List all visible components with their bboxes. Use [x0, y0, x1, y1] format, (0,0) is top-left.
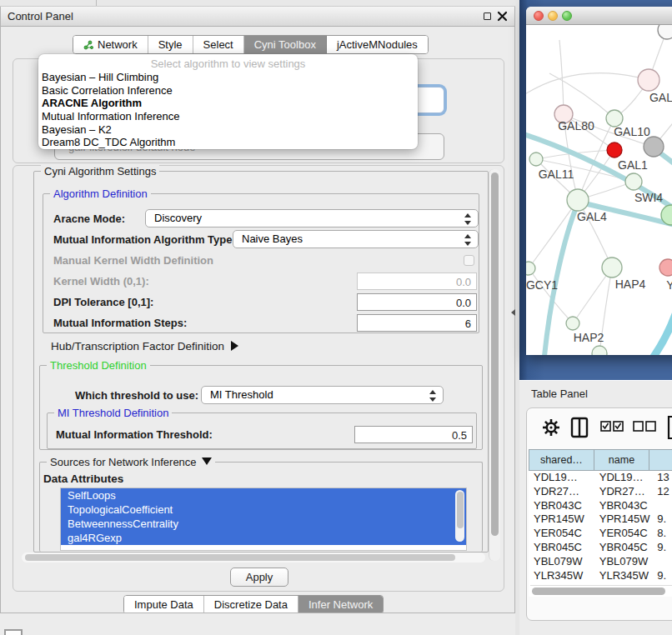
network-window-titlebar[interactable] — [526, 7, 672, 25]
table-cell[interactable]: YLR345W — [529, 569, 594, 583]
table-row[interactable]: YDR27…YDR27…12 — [529, 485, 672, 499]
table-cell[interactable]: YER054C — [529, 527, 594, 541]
table-cell[interactable]: YPR145W — [594, 512, 651, 527]
table-cell[interactable]: 13 — [650, 471, 672, 485]
algorithm-option[interactable]: Basic Correlation Inference — [38, 84, 418, 98]
table-row[interactable]: YBL079WYBL079W — [529, 555, 672, 569]
table-cell[interactable]: YBR045C — [529, 541, 594, 555]
close-traffic-light[interactable] — [534, 11, 544, 21]
tab-select[interactable]: Select — [193, 36, 244, 53]
mi-threshold-field[interactable]: 0.5 — [354, 426, 473, 443]
deselect-all-checkboxes-icon[interactable] — [633, 421, 656, 434]
hub-definition-expander[interactable]: Hub/Transcription Factor Definition — [51, 340, 238, 352]
network-edge[interactable] — [526, 73, 649, 97]
manual-kernel-checkbox[interactable] — [464, 255, 474, 266]
gear-icon[interactable] — [542, 418, 560, 439]
data-attribute-item[interactable]: TopologicalCoefficient — [61, 502, 466, 517]
mode-tab-infer-network[interactable]: Infer Network — [298, 596, 383, 613]
table-column-header[interactable]: A — [649, 449, 672, 471]
node-bottom[interactable] — [592, 346, 607, 355]
tab-cyni-toolbox[interactable]: Cyni Toolbox — [244, 36, 327, 53]
node-top[interactable] — [658, 25, 672, 39]
tab-jactivemnodules[interactable]: jActiveMNodules — [327, 36, 428, 53]
network-edge[interactable] — [649, 290, 672, 355]
table-row[interactable]: YLR345WYLR345W9. — [529, 569, 672, 583]
table-cell[interactable] — [650, 499, 672, 513]
control-panel-titlebar[interactable]: Control Panel — [1, 7, 514, 27]
list-scrollbar[interactable] — [455, 490, 464, 542]
table-cell[interactable]: YDL19… — [529, 471, 594, 485]
table-cell[interactable] — [650, 555, 672, 569]
tab-network[interactable]: Network — [73, 36, 148, 53]
table-cell[interactable]: YPR145W — [529, 512, 594, 527]
table-horizontal-scrollbar[interactable] — [530, 585, 672, 596]
table-cell[interactable]: 8. — [650, 527, 672, 541]
node-gal11[interactable] — [529, 152, 543, 166]
algorithm-option[interactable]: Bayesian – K2 — [38, 123, 418, 137]
mode-tab-discretize-data[interactable]: Discretize Data — [204, 596, 298, 613]
tab-style[interactable]: Style — [148, 36, 193, 53]
table-cell[interactable]: YBR045C — [594, 541, 651, 555]
node-gray[interactable] — [644, 137, 664, 157]
table-cell[interactable]: YBR043C — [529, 499, 594, 513]
mode-tab-impute-data[interactable]: Impute Data — [124, 596, 204, 613]
table-cell[interactable]: YBL079W — [529, 555, 594, 569]
network-canvas[interactable]: GALGAL80GAL10GAL1GAL11SWI4GAL4GCY1HAP4YH… — [526, 25, 672, 355]
mi-steps-field[interactable]: 6 — [357, 314, 477, 332]
minimize-traffic-light[interactable] — [548, 11, 558, 21]
zoom-traffic-light[interactable] — [562, 11, 572, 21]
kernel-width-field[interactable]: 0.0 — [357, 272, 477, 290]
node-gal-pink[interactable] — [638, 69, 659, 91]
algorithm-option[interactable]: Mutual Information Inference — [38, 110, 418, 123]
table-cell[interactable]: YER054C — [594, 527, 651, 541]
algorithm-option[interactable]: Dream8 DC_TDC Algorithm — [38, 136, 418, 149]
new-table-icon[interactable] — [667, 415, 672, 442]
table-cell[interactable]: YDR27… — [529, 485, 594, 499]
network-edge[interactable] — [529, 200, 578, 268]
node-hap4[interactable] — [602, 258, 622, 278]
node-gcy1[interactable] — [526, 262, 535, 275]
sources-title[interactable]: Sources for Network Inference — [47, 456, 215, 468]
node-hap2[interactable] — [566, 317, 579, 330]
node-red[interactable] — [607, 142, 622, 158]
data-attributes-list[interactable]: SelfLoopsTopologicalCoefficientBetweenne… — [60, 488, 467, 551]
table-cell[interactable]: YDL19… — [594, 471, 651, 485]
data-attribute-item[interactable]: BetweennessCentrality — [61, 517, 466, 531]
table-cell[interactable]: YDR27… — [594, 485, 651, 499]
table-column-header[interactable]: shared… — [529, 449, 594, 471]
table-row[interactable]: YBR045CYBR045C9. — [529, 541, 672, 555]
node-gal4[interactable] — [567, 189, 589, 211]
mi-type-combo[interactable]: Naive Bayes — [233, 230, 479, 248]
algorithm-option[interactable]: Bayesian – Hill Climbing — [38, 71, 418, 84]
table-cell[interactable]: 9. — [650, 569, 672, 583]
float-window-icon[interactable] — [484, 12, 491, 20]
settings-vertical-scrollbar[interactable] — [489, 169, 500, 561]
data-attribute-item[interactable]: SelfLoops — [61, 488, 466, 502]
table-row[interactable]: YPR145WYPR145W9. — [529, 512, 672, 527]
dpi-tolerance-field[interactable]: 0.0 — [357, 293, 477, 311]
table-cell[interactable]: 12 — [650, 485, 672, 499]
table-cell[interactable]: 9. — [650, 541, 672, 555]
network-edge[interactable] — [559, 40, 564, 114]
split-columns-icon[interactable] — [570, 417, 589, 441]
table-cell[interactable]: YBL079W — [594, 555, 651, 569]
table-row[interactable]: YER054CYER054C8. — [529, 527, 672, 541]
data-attribute-item[interactable]: gal4RGexp — [61, 531, 466, 545]
table-cell[interactable]: YBR043C — [594, 499, 651, 513]
select-all-checkboxes-icon[interactable] — [600, 421, 624, 434]
table-cell[interactable]: 9. — [650, 512, 672, 527]
table-row[interactable]: YDL19…YDL19…13 — [529, 471, 672, 485]
table-cell[interactable]: YLR345W — [594, 569, 651, 583]
table-column-header[interactable]: name — [594, 449, 649, 471]
node-pink-right[interactable] — [659, 259, 672, 276]
algorithm-option[interactable]: ARACNE Algorithm — [38, 97, 418, 110]
node-gal1[interactable] — [625, 173, 642, 190]
close-icon[interactable] — [497, 10, 508, 22]
apply-button[interactable]: Apply — [230, 568, 288, 587]
aracne-mode-combo[interactable]: Discovery — [145, 209, 479, 228]
corner-widget-icon[interactable] — [4, 629, 23, 635]
table-row[interactable]: YBR043CYBR043C — [529, 499, 672, 513]
which-threshold-combo[interactable]: MI Threshold — [201, 386, 444, 404]
settings-horizontal-scrollbar[interactable] — [22, 552, 485, 562]
node-gal10[interactable] — [606, 110, 623, 127]
